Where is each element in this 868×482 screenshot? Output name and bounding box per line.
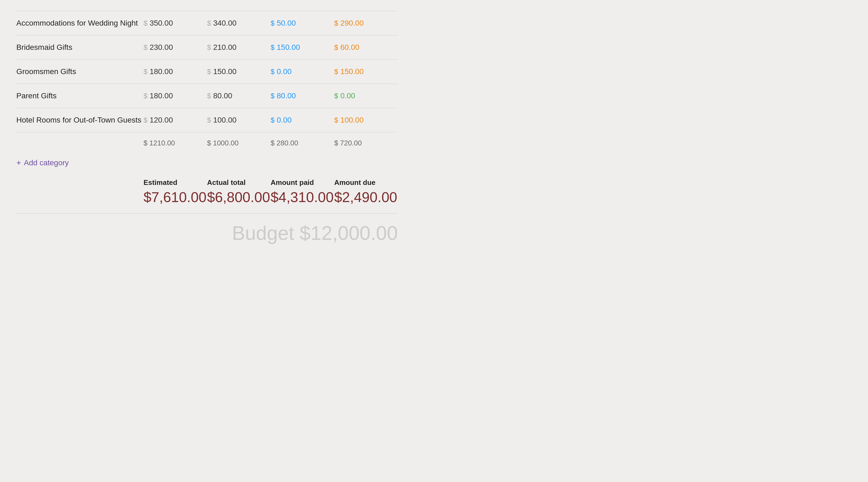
due-amount: 100.00: [340, 116, 364, 124]
row-paid: $ 0.00: [271, 67, 334, 76]
add-category-label: Add category: [24, 159, 69, 167]
row-actual: $ 150.00: [207, 67, 271, 76]
due-amount: 60.00: [340, 43, 359, 52]
dollar-icon: $: [207, 92, 211, 100]
summary-section: Estimated $7,610.00 Actual total $6,800.…: [17, 179, 398, 214]
due-amount: 150.00: [340, 67, 364, 76]
dollar-icon: $: [334, 92, 338, 100]
estimated-amount: 350.00: [150, 19, 173, 28]
total-due: $ 720.00: [334, 139, 398, 147]
row-paid: $ 150.00: [271, 43, 334, 52]
row-name: Parent Gifts: [17, 92, 144, 100]
dollar-icon: $: [271, 116, 274, 124]
row-name: Accommodations for Wedding Night: [17, 19, 144, 28]
row-actual: $ 80.00: [207, 92, 271, 100]
budget-total-section: Budget $12,000.00: [17, 214, 398, 244]
dollar-icon: $: [271, 19, 274, 28]
row-estimated: $ 180.00: [144, 92, 207, 100]
summary-actual: Actual total $6,800.00: [207, 179, 271, 205]
actual-amount: 100.00: [213, 116, 237, 124]
actual-amount: 150.00: [213, 67, 237, 76]
row-estimated: $ 120.00: [144, 116, 207, 124]
actual-amount: 340.00: [213, 19, 237, 28]
estimated-amount: 120.00: [150, 116, 173, 124]
paid-amount: 50.00: [277, 19, 296, 28]
paid-amount: 150.00: [277, 43, 300, 52]
row-due: $ 150.00: [334, 67, 398, 76]
row-name: Groomsmen Gifts: [17, 67, 144, 76]
row-actual: $ 210.00: [207, 43, 271, 52]
row-actual: $ 340.00: [207, 19, 271, 28]
summary-due: Amount due $2,490.00: [334, 179, 398, 205]
table-row: Groomsmen Gifts $ 180.00 $ 150.00 $ 0.00…: [17, 60, 398, 84]
row-name: Bridesmaid Gifts: [17, 43, 144, 52]
dollar-icon: $: [271, 68, 274, 76]
dollar-icon: $: [144, 116, 147, 124]
dollar-icon: $: [334, 116, 338, 124]
summary-estimated: Estimated $7,610.00: [144, 179, 207, 205]
paid-value: $4,310.00: [271, 189, 334, 205]
budget-total: Budget $12,000.00: [232, 222, 398, 244]
dollar-icon: $: [144, 19, 147, 28]
row-estimated: $ 180.00: [144, 67, 207, 76]
dollar-icon: $: [207, 68, 211, 76]
dollar-icon: $: [144, 92, 147, 100]
actual-amount: 210.00: [213, 43, 237, 52]
row-paid: $ 50.00: [271, 19, 334, 28]
dollar-icon: $: [144, 68, 147, 76]
budget-table: Accommodations for Wedding Night $ 350.0…: [17, 11, 398, 244]
total-estimated: $ 1210.00: [144, 139, 207, 147]
paid-amount: 0.00: [277, 67, 292, 76]
plus-icon: +: [17, 158, 21, 167]
due-amount: 0.00: [340, 92, 355, 100]
row-due: $ 60.00: [334, 43, 398, 52]
dollar-icon: $: [207, 19, 211, 28]
row-paid: $ 80.00: [271, 92, 334, 100]
add-category-button[interactable]: + Add category: [17, 150, 398, 175]
actual-label: Actual total: [207, 179, 271, 187]
paid-label: Amount paid: [271, 179, 334, 187]
table-row: Hotel Rooms for Out-of-Town Guests $ 120…: [17, 108, 398, 132]
paid-amount: 0.00: [277, 116, 292, 124]
table-row: Bridesmaid Gifts $ 230.00 $ 210.00 $ 150…: [17, 35, 398, 60]
dollar-icon: $: [144, 43, 147, 52]
table-row: Parent Gifts $ 180.00 $ 80.00 $ 80.00 $ …: [17, 84, 398, 108]
dollar-icon: $: [207, 116, 211, 124]
due-amount: 290.00: [340, 19, 364, 28]
due-value: $2,490.00: [334, 189, 398, 205]
summary-paid: Amount paid $4,310.00: [271, 179, 334, 205]
dollar-icon: $: [334, 68, 338, 76]
actual-value: $6,800.00: [207, 189, 271, 205]
estimated-amount: 180.00: [150, 67, 173, 76]
row-due: $ 290.00: [334, 19, 398, 28]
estimated-amount: 180.00: [150, 92, 173, 100]
dollar-icon: $: [334, 43, 338, 52]
estimated-amount: 230.00: [150, 43, 173, 52]
actual-amount: 80.00: [213, 92, 232, 100]
row-name: Hotel Rooms for Out-of-Town Guests: [17, 116, 144, 124]
estimated-value: $7,610.00: [144, 189, 207, 205]
row-actual: $ 100.00: [207, 116, 271, 124]
dollar-icon: $: [207, 43, 211, 52]
paid-amount: 80.00: [277, 92, 296, 100]
dollar-icon: $: [271, 92, 274, 100]
row-due: $ 0.00: [334, 92, 398, 100]
total-paid: $ 280.00: [271, 139, 334, 147]
row-due: $ 100.00: [334, 116, 398, 124]
estimated-label: Estimated: [144, 179, 207, 187]
table-row: Accommodations for Wedding Night $ 350.0…: [17, 11, 398, 35]
row-estimated: $ 350.00: [144, 19, 207, 28]
totals-row: $ 1210.00 $ 1000.00 $ 280.00 $ 720.00: [17, 132, 398, 150]
dollar-icon: $: [271, 43, 274, 52]
total-actual: $ 1000.00: [207, 139, 271, 147]
row-estimated: $ 230.00: [144, 43, 207, 52]
due-label: Amount due: [334, 179, 398, 187]
row-paid: $ 0.00: [271, 116, 334, 124]
dollar-icon: $: [334, 19, 338, 28]
